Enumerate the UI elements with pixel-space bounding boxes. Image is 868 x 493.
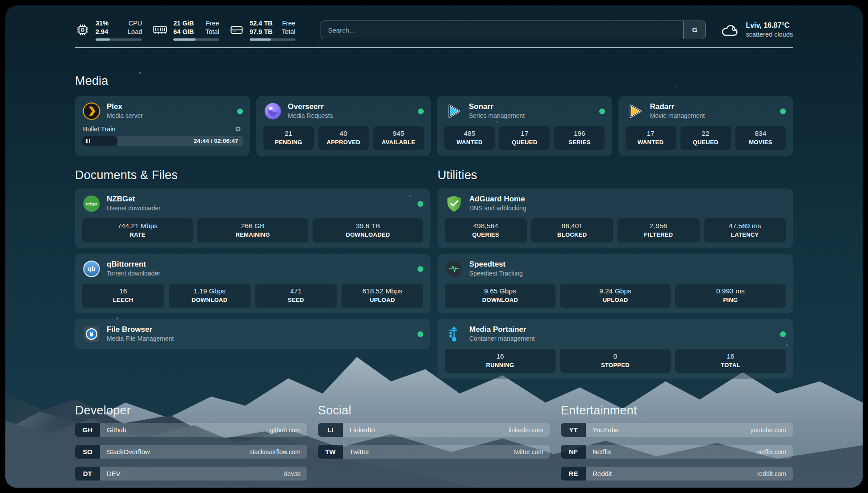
weather-location-temp: Lviv, 16.87°C: [746, 21, 793, 30]
stat-box: 266 GB REMAINING: [197, 218, 308, 242]
service-desc: Media File Management: [107, 334, 174, 343]
pause-icon: [86, 139, 88, 143]
playback-elapsed: [82, 136, 117, 146]
bookmark-name: Netflix: [593, 448, 611, 455]
cpu-loadavg-value: 2.94: [96, 28, 119, 36]
settings-gear-icon[interactable]: [234, 125, 242, 133]
section-title-social: Social: [318, 404, 550, 418]
status-dot: [417, 331, 423, 337]
service-card-adguard[interactable]: AdGuard Home DNS and adblocking 498,564 …: [438, 188, 793, 248]
service-name: Radarr: [650, 102, 705, 111]
service-name: Speedtest: [469, 260, 523, 269]
status-dot: [417, 266, 423, 272]
disk-progress-track: [250, 38, 296, 41]
service-desc: Speedtest Tracking: [469, 269, 523, 278]
service-card-overseerr[interactable]: Overseerr Media Requests 21 PENDING 40 A…: [256, 96, 431, 156]
search-input[interactable]: [321, 21, 684, 39]
social-column: Social LI LinkedIn linkedin.com TW Twitt…: [318, 404, 550, 459]
bookmark-twitter[interactable]: TW Twitter twitter.com: [318, 445, 550, 459]
bookmark-url: netflix.com: [756, 448, 786, 455]
cpu-icon: [75, 22, 90, 38]
service-name: Sonarr: [469, 102, 525, 111]
ram-progress-fill: [173, 38, 195, 41]
service-card-speedtest[interactable]: Speedtest Speedtest Tracking 9.65 Gbps D…: [438, 254, 793, 313]
media-card-grid: Plex Media server Bullet Train: [75, 96, 793, 156]
service-card-sonarr[interactable]: Sonarr Series management 485 WANTED 17 Q…: [437, 96, 612, 156]
top-bar: 31% 2.94 CPU Load: [75, 17, 793, 43]
storage-widget: 52.4 TB 97.9 TB Free Total: [229, 19, 296, 41]
stat-box: 16 RUNNING: [445, 349, 555, 373]
bookmark-abbr: NF: [561, 445, 586, 459]
stat-box: 47.569 ms LATENCY: [704, 218, 786, 242]
service-desc: Usenet downloader: [107, 204, 161, 213]
stat-box: 1.19 Gbps DOWNLOAD: [169, 284, 251, 308]
bookmark-github[interactable]: GH Github github.com: [75, 423, 307, 437]
ram-total-label: Total: [205, 28, 219, 36]
service-name: qBittorrent: [107, 260, 160, 269]
search-provider-button[interactable]: G: [683, 21, 705, 39]
service-card-plex[interactable]: Plex Media server Bullet Train: [75, 96, 250, 156]
stat-box: 744.21 Mbps RATE: [82, 218, 193, 242]
disk-free-value: 52.4 TB: [250, 19, 273, 28]
service-card-radarr[interactable]: Radarr Movie management 17 WANTED 22 QUE…: [618, 96, 793, 156]
section-title-media: Media: [75, 74, 793, 88]
bookmark-name: StackOverflow: [107, 448, 150, 455]
bookmark-abbr: LI: [318, 423, 343, 437]
stat-box: 16 TOTAL: [675, 349, 786, 373]
stat-box: 16 LEECH: [82, 284, 164, 308]
cpu-load-widget: 31% 2.94 CPU Load: [75, 19, 142, 41]
service-card-filebrowser[interactable]: File Browser Media File Management: [75, 319, 430, 349]
service-card-nzbget[interactable]: nzbget NZBGet Usenet downloader 744.21 M…: [75, 188, 430, 248]
now-playing-widget: Bullet Train 24:44 / 02:06:47: [82, 125, 243, 146]
ram-free-label: Free: [205, 19, 219, 28]
stat-box: 471 SEED: [255, 284, 337, 308]
bookmark-linkedin[interactable]: LI LinkedIn linkedin.com: [318, 423, 550, 437]
stat-box: 618.52 Mbps UPLOAD: [342, 284, 424, 308]
service-name: AdGuard Home: [469, 195, 526, 204]
status-dot: [237, 109, 243, 114]
bookmark-url: linkedin.com: [509, 426, 543, 434]
bookmark-url: dev.to: [284, 470, 300, 477]
bookmark-netflix[interactable]: NF Netflix netflix.com: [561, 445, 793, 459]
weather-condition: scattered clouds: [746, 30, 793, 39]
stat-box: 9.65 Gbps DOWNLOAD: [445, 284, 555, 308]
bookmark-url: reddit.com: [757, 470, 786, 477]
bookmark-reddit[interactable]: RE Reddit reddit.com: [561, 467, 793, 480]
entertainment-column: Entertainment YT YouTube youtube.com NF …: [561, 404, 793, 480]
section-title-entertainment: Entertainment: [561, 404, 793, 418]
bookmark-stackoverflow[interactable]: SO StackOverflow stackoverflow.com: [75, 445, 307, 459]
section-title-developer: Developer: [75, 404, 307, 418]
service-name: Media Portainer: [469, 325, 534, 334]
service-name: Plex: [107, 102, 143, 111]
bookmark-abbr: DT: [75, 467, 100, 480]
stat-box: 21 PENDING: [263, 126, 314, 150]
stat-box: 17 QUEUED: [499, 126, 550, 150]
service-name: NZBGet: [107, 195, 161, 204]
stat-box: 945 AVAILABLE: [373, 126, 424, 150]
bookmark-abbr: RE: [561, 467, 586, 480]
status-dot: [417, 201, 423, 207]
disk-total-label: Total: [282, 28, 296, 36]
service-card-qbittorrent[interactable]: qb qBittorrent Torrent downloader 16: [75, 254, 430, 313]
svg-text:qb: qb: [88, 265, 95, 272]
service-desc: Series management: [469, 111, 525, 120]
bookmark-youtube[interactable]: YT YouTube youtube.com: [561, 423, 793, 437]
stat-box: 196 SERIES: [554, 126, 605, 150]
bookmark-name: Reddit: [593, 470, 612, 477]
ram-progress-track: [173, 38, 219, 41]
portainer-icon: [445, 325, 463, 343]
stat-box: 485 WANTED: [444, 126, 495, 150]
status-dot: [599, 109, 605, 114]
stat-box: 498,564 QUERIES: [445, 218, 527, 242]
svg-text:nzbget: nzbget: [86, 202, 98, 206]
service-desc: DNS and adblocking: [469, 204, 526, 213]
stat-box: 22 QUEUED: [680, 126, 731, 150]
service-desc: Movie management: [650, 111, 705, 120]
bookmark-dev[interactable]: DT DEV dev.to: [75, 467, 307, 480]
dashboard-window: 31% 2.94 CPU Load: [5, 5, 863, 488]
stat-box: 40 APPROVED: [318, 126, 369, 150]
service-card-portainer[interactable]: Media Portainer Container management 16 …: [438, 319, 793, 379]
qbittorrent-icon: qb: [82, 259, 101, 278]
memory-widget: 21 GiB 64 GiB Free Total: [152, 19, 219, 41]
ram-free-value: 21 GiB: [173, 19, 196, 28]
